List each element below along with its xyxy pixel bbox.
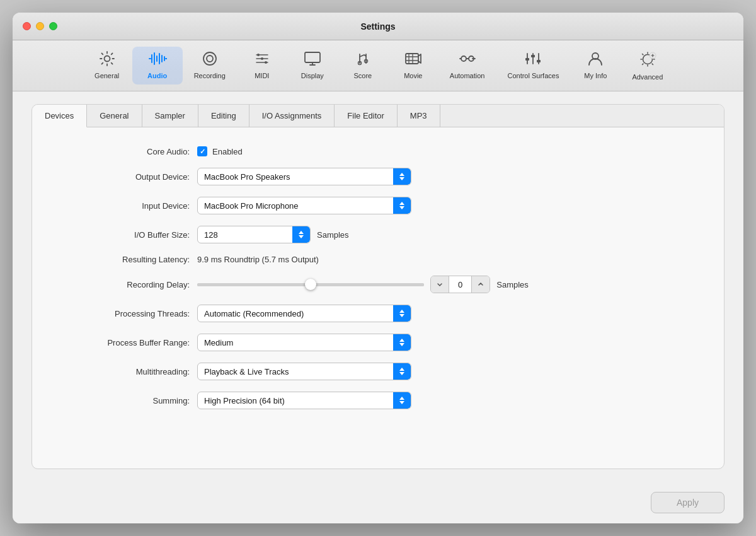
window-title: Settings bbox=[360, 21, 395, 32]
summing-text: High Precision (64 bit) bbox=[198, 396, 393, 405]
display-icon bbox=[304, 50, 321, 69]
score-toolbar-label: Score bbox=[353, 72, 372, 79]
window-controls bbox=[23, 22, 57, 30]
arrow-down-icon bbox=[299, 235, 304, 238]
toolbar-item-general[interactable]: General bbox=[82, 47, 132, 84]
recording-delay-value-display: 0 bbox=[449, 276, 472, 293]
io-buffer-size-label: I/O Buffer Size: bbox=[57, 230, 190, 240]
tab-general[interactable]: General bbox=[87, 105, 142, 127]
toolbar: General Audio Recording bbox=[13, 40, 743, 91]
svg-point-2 bbox=[257, 54, 260, 56]
multithreading-text: Playback & Live Tracks bbox=[198, 367, 393, 376]
multithreading-select[interactable]: Playback & Live Tracks bbox=[197, 363, 411, 380]
arrow-up-icon bbox=[399, 339, 404, 342]
toolbar-item-movie[interactable]: Movie bbox=[388, 47, 438, 84]
input-device-text: MacBook Pro Microphone bbox=[198, 201, 393, 211]
io-buffer-size-unit: Samples bbox=[317, 230, 349, 240]
stepper-up-button[interactable] bbox=[472, 276, 490, 293]
recording-delay-value: 0 Samples bbox=[197, 276, 529, 293]
slider-thumb[interactable] bbox=[305, 279, 316, 290]
score-icon bbox=[355, 50, 371, 69]
maximize-button[interactable] bbox=[49, 22, 57, 30]
process-buffer-range-label: Process Buffer Range: bbox=[57, 338, 190, 347]
waveform-icon bbox=[148, 50, 167, 69]
midi-toolbar-label: MIDI bbox=[255, 72, 269, 79]
toolbar-item-my-info[interactable]: My Info bbox=[570, 47, 621, 84]
arrow-up-icon bbox=[399, 368, 404, 371]
toolbar-item-audio[interactable]: Audio bbox=[132, 47, 183, 84]
tab-editing[interactable]: Editing bbox=[198, 105, 249, 127]
tab-devices[interactable]: Devices bbox=[32, 105, 87, 127]
toolbar-item-automation[interactable]: Automation bbox=[438, 47, 496, 84]
svg-rect-13 bbox=[537, 60, 541, 62]
output-device-value: MacBook Pro Speakers bbox=[197, 168, 411, 185]
movie-toolbar-label: Movie bbox=[404, 72, 422, 79]
output-device-select[interactable]: MacBook Pro Speakers bbox=[197, 168, 411, 185]
svg-point-3 bbox=[261, 57, 263, 60]
multithreading-label: Multithreading: bbox=[57, 367, 190, 376]
recording-icon bbox=[202, 50, 218, 69]
tab-bar: Devices General Sampler Editing I/O Assi… bbox=[32, 105, 724, 127]
svg-point-4 bbox=[265, 61, 267, 64]
arrow-down-icon bbox=[399, 401, 404, 404]
summing-select[interactable]: High Precision (64 bit) bbox=[197, 392, 411, 409]
multithreading-chevron[interactable] bbox=[393, 363, 411, 380]
input-device-row: Input Device: MacBook Pro Microphone bbox=[57, 197, 699, 214]
summing-value: High Precision (64 bit) bbox=[197, 392, 411, 409]
midi-icon bbox=[254, 50, 270, 69]
process-buffer-range-chevron[interactable] bbox=[393, 334, 411, 351]
recording-delay-unit: Samples bbox=[496, 280, 529, 289]
tab-sampler[interactable]: Sampler bbox=[142, 105, 198, 127]
toolbar-item-advanced[interactable]: Advanced bbox=[621, 47, 674, 84]
apply-button[interactable]: Apply bbox=[651, 492, 724, 513]
tab-file-editor[interactable]: File Editor bbox=[335, 105, 398, 127]
input-device-select[interactable]: MacBook Pro Microphone bbox=[197, 197, 411, 214]
arrow-down-icon bbox=[399, 177, 404, 180]
core-audio-label: Core Audio: bbox=[57, 147, 190, 156]
input-device-chevron[interactable] bbox=[393, 197, 411, 214]
tab-mp3[interactable]: MP3 bbox=[398, 105, 440, 127]
input-device-value: MacBook Pro Microphone bbox=[197, 197, 411, 214]
automation-toolbar-label: Automation bbox=[450, 72, 485, 79]
close-button[interactable] bbox=[23, 22, 31, 30]
processing-threads-select[interactable]: Automatic (Recommended) bbox=[197, 305, 411, 322]
summing-label: Summing: bbox=[57, 396, 190, 405]
svg-point-9 bbox=[461, 56, 466, 61]
io-buffer-size-chevron[interactable] bbox=[292, 226, 310, 243]
output-device-chevron[interactable] bbox=[393, 168, 411, 185]
stepper-down-button[interactable] bbox=[431, 276, 449, 293]
recording-delay-label: Recording Delay: bbox=[57, 280, 190, 289]
multithreading-row: Multithreading: Playback & Live Tracks bbox=[57, 363, 699, 380]
io-buffer-size-text: 128 bbox=[198, 230, 292, 240]
processing-threads-label: Processing Threads: bbox=[57, 309, 190, 318]
core-audio-row: Core Audio: Enabled bbox=[57, 146, 699, 156]
recording-delay-slider[interactable] bbox=[197, 283, 424, 286]
arrow-up-icon bbox=[399, 397, 404, 400]
core-audio-checkbox[interactable] bbox=[197, 146, 207, 156]
latency-text: 9.9 ms Roundtrip (5.7 ms Output) bbox=[197, 255, 319, 264]
arrow-down-icon bbox=[399, 372, 404, 375]
toolbar-item-recording[interactable]: Recording bbox=[183, 47, 237, 84]
display-toolbar-label: Display bbox=[301, 72, 324, 79]
tab-io-assignments[interactable]: I/O Assignments bbox=[249, 105, 335, 127]
toolbar-item-midi[interactable]: MIDI bbox=[237, 47, 287, 84]
my-info-toolbar-label: My Info bbox=[584, 72, 607, 79]
svg-point-1 bbox=[207, 55, 213, 62]
io-buffer-size-select[interactable]: 128 bbox=[197, 226, 311, 243]
minimize-button[interactable] bbox=[36, 22, 44, 30]
gear-badge-icon bbox=[639, 50, 656, 71]
core-audio-enabled-label: Enabled bbox=[212, 147, 243, 156]
summing-chevron[interactable] bbox=[393, 392, 411, 409]
toolbar-item-score[interactable]: Score bbox=[338, 47, 388, 84]
process-buffer-range-select[interactable]: Medium bbox=[197, 334, 411, 351]
gear-icon bbox=[99, 50, 115, 69]
summing-row: Summing: High Precision (64 bit) bbox=[57, 392, 699, 409]
toolbar-item-control-surfaces[interactable]: Control Surfaces bbox=[496, 47, 570, 84]
general-toolbar-label: General bbox=[94, 72, 119, 79]
resulting-latency-value: 9.9 ms Roundtrip (5.7 ms Output) bbox=[197, 255, 319, 264]
arrow-up-icon bbox=[399, 202, 404, 205]
processing-threads-row: Processing Threads: Automatic (Recommend… bbox=[57, 305, 699, 322]
toolbar-item-display[interactable]: Display bbox=[287, 47, 338, 84]
processing-threads-chevron[interactable] bbox=[393, 305, 411, 322]
svg-point-0 bbox=[203, 52, 216, 65]
